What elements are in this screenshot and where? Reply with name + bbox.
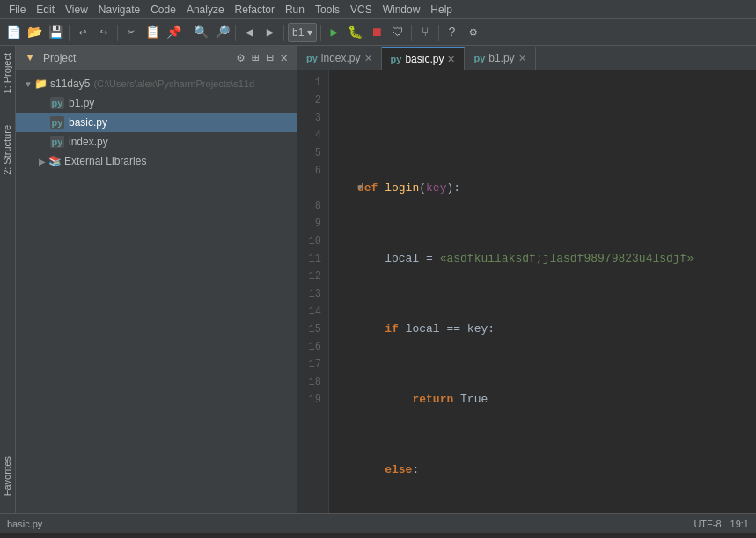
tree-item-ext-lib[interactable]: ▶ 📚 External Libraries <box>16 151 297 171</box>
coverage-btn[interactable]: 🛡 <box>388 23 407 42</box>
line-num-13: 13 <box>297 285 321 303</box>
find-btn[interactable]: 🔍 <box>191 23 210 42</box>
run-btn[interactable]: ▶ <box>325 23 344 42</box>
tree-folder-icon: 📁 <box>33 77 48 90</box>
tree-ext-icon: 📚 <box>48 155 62 167</box>
cut-btn[interactable]: ✂ <box>121 23 141 42</box>
tab-close-basic[interactable]: ✕ <box>447 54 455 65</box>
open-btn[interactable]: 📂 <box>25 23 44 42</box>
paste-btn[interactable]: 📌 <box>164 23 183 42</box>
menu-run[interactable]: Run <box>280 4 310 16</box>
tree-label-index: index.py <box>69 136 108 148</box>
line-numbers: 1 2 3 4 5 6 8 9 10 11 12 13 14 15 16 17 … <box>297 70 329 513</box>
tab-py-icon-b1: py <box>473 53 485 63</box>
replace-btn[interactable]: 🔎 <box>212 23 231 42</box>
tab-label-b1: b1.py <box>488 52 514 64</box>
copy-btn[interactable]: 📋 <box>143 23 162 42</box>
line-num-7 <box>297 180 321 197</box>
settings-btn[interactable]: ⚙ <box>464 23 483 42</box>
tree-arrow-b1 <box>37 97 48 109</box>
tab-py-icon-basic: py <box>391 54 402 64</box>
tree-item-b1[interactable]: py b1.py <box>16 93 297 113</box>
separator-5 <box>283 25 284 41</box>
project-close-btn[interactable]: ✕ <box>279 50 290 65</box>
editor-area: py index.py ✕ py basic.py ✕ py b1.py ✕ 1… <box>297 46 756 513</box>
undo-btn[interactable]: ↩ <box>73 23 92 42</box>
tree-arrow-ext: ▶ <box>37 156 48 166</box>
tab-label-basic: basic.py <box>405 53 444 65</box>
menu-window[interactable]: Window <box>378 4 426 16</box>
save-btn[interactable]: 💾 <box>46 23 65 42</box>
code-editor: 1 2 3 4 5 6 8 9 10 11 12 13 14 15 16 17 … <box>297 70 756 513</box>
tree-label-ext: External Libraries <box>64 155 146 167</box>
side-tab-project[interactable]: 1: Project <box>0 46 15 100</box>
code-content[interactable]: ▼ def login(key): local = «asdfkuilaksdf… <box>329 70 756 513</box>
code-line-4: return True <box>357 391 756 409</box>
line-num-3: 3 <box>297 109 321 127</box>
fold-marker-1[interactable]: ▼ <box>354 182 366 195</box>
back-btn[interactable]: ◀ <box>239 23 259 42</box>
separator-8 <box>438 25 439 41</box>
help-btn[interactable]: ? <box>443 23 462 42</box>
tree-python-icon-index: py <box>50 136 64 148</box>
menu-edit[interactable]: Edit <box>31 4 60 16</box>
tree-item-basic[interactable]: py basic.py <box>16 113 297 132</box>
side-tabs: 1: Project 2: Structure Favorites <box>0 46 16 513</box>
line-num-2: 2 <box>297 92 321 109</box>
project-collapse-btn[interactable]: ⊟ <box>264 50 275 65</box>
redo-btn[interactable]: ↪ <box>94 23 114 42</box>
tree-python-icon-b1: py <box>50 97 64 109</box>
forward-btn[interactable]: ▶ <box>261 23 280 42</box>
line-num-18: 18 <box>297 373 321 391</box>
vcs-btn[interactable]: ⑂ <box>415 23 435 42</box>
code-line-1: ▼ def login(key): <box>357 180 756 197</box>
tabs-bar: py index.py ✕ py basic.py ✕ py b1.py ✕ <box>297 46 756 70</box>
line-num-5: 5 <box>297 144 321 162</box>
status-line-col: 19:1 <box>730 519 749 529</box>
menu-vcs[interactable]: VCS <box>345 4 378 16</box>
line-num-14: 14 <box>297 303 321 321</box>
tab-close-index[interactable]: ✕ <box>364 53 372 64</box>
line-num-10: 10 <box>297 232 321 250</box>
line-num-9: 9 <box>297 215 321 232</box>
project-panel: ▼ Project ⚙ ⊞ ⊟ ✕ ▼ 📁 s11day5 (C:\Users\… <box>16 46 297 513</box>
separator-7 <box>411 25 412 41</box>
line-num-6: 6 <box>297 162 321 180</box>
tree-python-icon-basic: py <box>50 116 64 129</box>
tab-index[interactable]: py index.py ✕ <box>297 47 382 70</box>
menu-help[interactable]: Help <box>425 4 458 16</box>
tree-item-index[interactable]: py index.py <box>16 132 297 151</box>
side-tab-favorites[interactable]: Favorites <box>0 449 16 503</box>
menu-file[interactable]: File <box>4 4 31 16</box>
toolbar: 📄 📂 💾 ↩ ↪ ✂ 📋 📌 🔍 🔎 ◀ ▶ b1 ▾ ▶ 🐛 ⏹ 🛡 ⑂ ?… <box>0 19 756 46</box>
project-gear-btn[interactable]: ⚙ <box>235 50 246 65</box>
tree-item-root[interactable]: ▼ 📁 s11day5 (C:\Users\alex\PycharmProjec… <box>16 74 297 93</box>
menu-navigate[interactable]: Navigate <box>93 4 145 16</box>
project-expand-btn[interactable]: ⊞ <box>250 50 261 65</box>
debug-btn[interactable]: 🐛 <box>346 23 365 42</box>
line-num-1: 1 <box>297 74 321 92</box>
stop-btn[interactable]: ⏹ <box>367 23 386 42</box>
menu-refactor[interactable]: Refactor <box>230 4 280 16</box>
tab-basic[interactable]: py basic.py ✕ <box>382 47 466 70</box>
status-text: basic.py <box>7 519 694 529</box>
menu-bar: File Edit View Navigate Code Analyze Ref… <box>0 0 756 19</box>
side-tab-structure[interactable]: 2: Structure <box>0 118 15 182</box>
menu-code[interactable]: Code <box>145 4 181 16</box>
code-line-2: local = «asdfkuilaksdf;jlasdf98979823u4l… <box>357 250 756 268</box>
code-line-5: else: <box>357 461 756 479</box>
tab-b1[interactable]: py b1.py ✕ <box>465 47 535 70</box>
menu-analyze[interactable]: Analyze <box>181 4 230 16</box>
run-config-dropdown[interactable]: b1 ▾ <box>288 23 317 42</box>
menu-tools[interactable]: Tools <box>310 4 345 16</box>
project-folder-icon: ▼ <box>23 52 37 64</box>
status-bar: basic.py UTF-8 19:1 <box>0 513 756 533</box>
separator-1 <box>69 25 70 41</box>
separator-2 <box>117 25 118 41</box>
menu-view[interactable]: View <box>60 4 93 16</box>
tree-label-b1: b1.py <box>69 97 94 109</box>
line-num-17: 17 <box>297 356 321 373</box>
status-encoding: UTF-8 <box>694 519 721 529</box>
new-file-btn[interactable]: 📄 <box>4 23 23 42</box>
tab-close-b1[interactable]: ✕ <box>518 53 526 64</box>
